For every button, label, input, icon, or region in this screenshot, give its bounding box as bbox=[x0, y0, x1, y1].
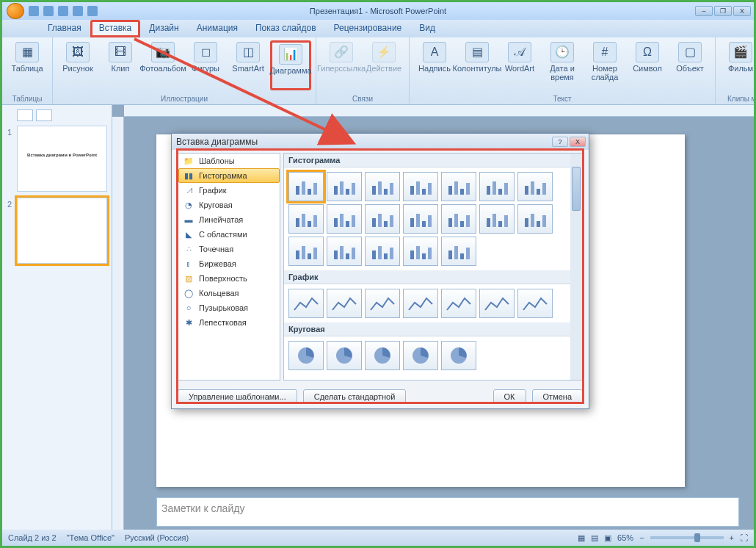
chart-thumb[interactable] bbox=[441, 237, 476, 266]
view-slideshow-icon[interactable]: ▣ bbox=[604, 533, 611, 543]
chart-button[interactable]: 📊Диаграмма bbox=[270, 40, 311, 90]
chart-thumb[interactable] bbox=[365, 172, 400, 201]
chart-pane-scrollbar[interactable] bbox=[570, 154, 582, 380]
outline-tab-icon[interactable] bbox=[36, 109, 52, 121]
chart-thumb[interactable] bbox=[517, 289, 553, 318]
wordart-button[interactable]: 𝒜WordArt bbox=[499, 40, 540, 74]
chart-thumb[interactable] bbox=[479, 172, 515, 201]
tab-дизайн[interactable]: Дизайн bbox=[140, 20, 187, 37]
datetime-button[interactable]: 🕒Дата и время bbox=[542, 40, 583, 83]
smartart-button[interactable]: ◫SmartArt bbox=[228, 40, 269, 74]
chart-thumb[interactable] bbox=[327, 341, 362, 370]
chart-thumb[interactable] bbox=[288, 172, 324, 201]
chart-thumb[interactable] bbox=[403, 341, 438, 370]
view-sorter-icon[interactable]: ▤ bbox=[591, 533, 598, 543]
tab-вставка[interactable]: Вставка bbox=[90, 20, 141, 37]
ok-button[interactable]: ОК bbox=[493, 389, 526, 404]
chart-thumb[interactable] bbox=[288, 341, 324, 370]
manage-templates-button[interactable]: Управление шаблонами... bbox=[178, 389, 297, 404]
category-Поверхность[interactable]: ▧Поверхность bbox=[178, 271, 280, 286]
category-Кольцевая[interactable]: ◯Кольцевая bbox=[178, 286, 280, 300]
svg-rect-35 bbox=[352, 215, 355, 227]
close-button[interactable]: X bbox=[733, 6, 751, 16]
chart-thumb[interactable] bbox=[441, 172, 476, 201]
movie-button[interactable]: 🎬Фильм bbox=[720, 40, 756, 74]
picture-button[interactable]: 🖼Рисунок bbox=[57, 40, 98, 74]
chart-thumb[interactable] bbox=[403, 172, 438, 201]
chart-thumb[interactable] bbox=[479, 289, 515, 318]
category-Точечная[interactable]: ∴Точечная bbox=[178, 242, 280, 256]
dialog-help-button[interactable]: ? bbox=[552, 137, 568, 147]
svg-rect-61 bbox=[340, 246, 344, 259]
set-default-button[interactable]: Сделать стандартной bbox=[303, 389, 407, 404]
maximize-button[interactable]: ❐ bbox=[714, 6, 732, 16]
slide-thumb-2[interactable]: 2 bbox=[17, 198, 107, 264]
category-Круговая[interactable]: ◔Круговая bbox=[178, 198, 280, 212]
table-button[interactable]: ▦Таблица bbox=[7, 40, 48, 74]
category-list[interactable]: 📁Шаблоны▮▮Гистограмма⩘График◔Круговая▬Ли… bbox=[178, 153, 280, 381]
textbox-button[interactable]: AНадпись bbox=[414, 40, 455, 74]
tab-показ слайдов[interactable]: Показ слайдов bbox=[247, 20, 325, 37]
category-Биржевая[interactable]: ⫾Биржевая bbox=[178, 256, 280, 271]
tab-анимация[interactable]: Анимация bbox=[188, 20, 247, 37]
qat-save-icon[interactable] bbox=[29, 6, 39, 16]
chart-thumb[interactable] bbox=[403, 204, 438, 234]
chart-thumb[interactable] bbox=[288, 289, 324, 318]
slide-thumb-1[interactable]: 1Вставка диаграмм в PowerPoint bbox=[17, 126, 107, 192]
chart-thumb[interactable] bbox=[327, 237, 362, 266]
chart-thumb[interactable] bbox=[365, 289, 400, 318]
chart-thumb[interactable] bbox=[365, 237, 400, 266]
clip-button[interactable]: 🎞Клип bbox=[100, 40, 141, 74]
chart-thumb[interactable] bbox=[288, 204, 324, 234]
chart-thumb[interactable] bbox=[327, 172, 362, 201]
category-График[interactable]: ⩘График bbox=[178, 183, 280, 198]
chart-thumb[interactable] bbox=[479, 204, 515, 234]
qat-print-icon[interactable] bbox=[73, 6, 83, 16]
zoom-slider[interactable] bbox=[650, 536, 724, 539]
fit-window-button[interactable]: ⛶ bbox=[740, 533, 748, 542]
chart-thumb[interactable] bbox=[365, 204, 400, 234]
chart-thumb[interactable] bbox=[441, 289, 476, 318]
chart-thumb[interactable] bbox=[327, 289, 362, 318]
photoalbum-button[interactable]: 📷Фотоальбом bbox=[142, 40, 183, 74]
dialog-close-button[interactable]: X bbox=[570, 137, 586, 147]
zoom-out-button[interactable]: − bbox=[639, 533, 644, 542]
chart-thumb[interactable] bbox=[441, 341, 476, 370]
headerfooter-button[interactable]: ▤Колонтитулы bbox=[457, 40, 498, 74]
category-Линейчатая[interactable]: ▬Линейчатая bbox=[178, 212, 280, 227]
chart-thumb[interactable] bbox=[441, 204, 476, 234]
object-button[interactable]: ▢Объект bbox=[669, 40, 710, 74]
qat-redo-icon[interactable] bbox=[58, 6, 68, 16]
chart-thumb[interactable] bbox=[288, 237, 324, 266]
shapes-button[interactable]: ◻Фигуры bbox=[185, 40, 226, 74]
symbol-button[interactable]: ΩСимвол bbox=[627, 40, 668, 74]
tab-главная[interactable]: Главная bbox=[39, 20, 90, 37]
ribbon-tabs: ГлавнаяВставкаДизайнАнимацияПоказ слайдо… bbox=[2, 20, 754, 37]
view-normal-icon[interactable]: ▦ bbox=[578, 533, 585, 543]
hyperlink-button[interactable]: 🔗Гиперссылка bbox=[321, 40, 362, 74]
zoom-in-button[interactable]: + bbox=[730, 533, 734, 542]
category-С областями[interactable]: ◣С областями bbox=[178, 227, 280, 242]
slidenum-button[interactable]: #Номер слайда bbox=[584, 40, 625, 83]
notes-pane[interactable]: Заметки к слайду bbox=[156, 497, 739, 527]
chart-thumb[interactable] bbox=[403, 237, 438, 266]
chart-thumb[interactable] bbox=[517, 172, 553, 201]
qat-undo-icon[interactable] bbox=[43, 6, 54, 16]
office-button[interactable] bbox=[7, 3, 24, 19]
minimize-button[interactable]: – bbox=[695, 6, 713, 16]
group-label: Связи bbox=[352, 94, 373, 103]
slides-tab-icon[interactable] bbox=[17, 109, 33, 121]
category-Пузырьковая[interactable]: ○Пузырьковая bbox=[178, 300, 280, 315]
chart-thumb[interactable] bbox=[403, 289, 438, 318]
tab-рецензирование[interactable]: Рецензирование bbox=[325, 20, 411, 37]
category-Лепестковая[interactable]: ✱Лепестковая bbox=[178, 315, 280, 330]
chart-thumb[interactable] bbox=[327, 204, 362, 234]
tab-вид[interactable]: Вид bbox=[410, 20, 444, 37]
category-Шаблоны[interactable]: 📁Шаблоны bbox=[178, 154, 280, 168]
action-button[interactable]: ⚡Действие bbox=[363, 40, 404, 74]
qat-more-icon[interactable] bbox=[87, 6, 98, 16]
chart-thumb[interactable] bbox=[517, 204, 553, 234]
chart-thumb[interactable] bbox=[365, 341, 400, 370]
category-Гистограмма[interactable]: ▮▮Гистограмма bbox=[178, 168, 280, 183]
cancel-button[interactable]: Отмена bbox=[532, 389, 583, 404]
